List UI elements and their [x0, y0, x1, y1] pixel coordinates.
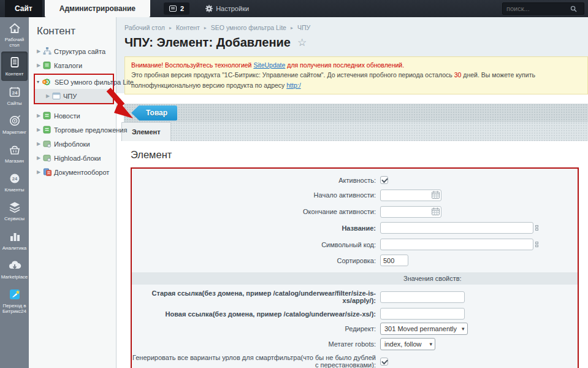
search-icon [570, 6, 577, 12]
menu-item-offers[interactable]: ▶ Торговые предложения [29, 123, 116, 137]
shop-icon [8, 143, 21, 156]
admin-tab[interactable]: Администрирование [45, 0, 150, 17]
notifications-button[interactable]: 2 [164, 2, 189, 15]
breadcrumb-item-desktop[interactable]: Рабочий стол [124, 24, 165, 31]
expand-arrow-icon[interactable]: ▶ [37, 48, 43, 54]
form-row-active-to: Окончание активности: [132, 205, 578, 217]
expand-arrow-icon[interactable]: ▶ [37, 63, 43, 68]
search-input[interactable] [503, 5, 570, 12]
sidebar-item-services[interactable]: Сервисы [0, 196, 29, 225]
expand-arrow-icon[interactable]: ▶ [37, 169, 43, 175]
bitrix-admin-window: Сайт Администрирование 2 Настройки [0, 0, 588, 368]
new-url-input[interactable] [380, 308, 465, 320]
breadcrumb-item-chpu[interactable]: ЧПУ [297, 24, 310, 31]
warning-line-2: Это пробная версия продукта "1С-Битрикс:… [131, 70, 581, 90]
generate-urls-checkbox[interactable] [380, 358, 388, 366]
settings-button[interactable]: Настройки [205, 0, 249, 17]
translit-icon[interactable] [535, 225, 538, 231]
menu-item-highload-blocks[interactable]: ▶ Highload-блоки [29, 151, 116, 165]
main-area: Рабочий стол ▸ Контент ▸ SEO умного филь… [116, 17, 588, 368]
menu-item-infoblocks[interactable]: ▶ Инфоблоки [29, 137, 116, 151]
notification-icon [169, 6, 177, 12]
page-title: ЧПУ: Элемент: Добавление [124, 36, 291, 50]
highload-icon [43, 154, 52, 162]
sidebar-item-desktop[interactable]: Рабочий стол [0, 17, 29, 52]
breadcrumb-item-seo[interactable]: SEO умного фильтра Lite [211, 24, 286, 31]
siteupdate-link[interactable]: SiteUpdate [253, 61, 285, 69]
sidebar-item-shop[interactable]: Магазин [0, 139, 29, 167]
menu-item-site-structure[interactable]: ▶ Структура сайта [29, 44, 116, 58]
settings-label: Настройки [216, 5, 249, 12]
context-toolbar: Товар [124, 104, 588, 122]
form-row-old-url: Старая ссылка(без домена, пример /catalo… [132, 289, 578, 304]
form-content-area: Элемент Активность: Начало активности: [116, 141, 588, 368]
breadcrumb: Рабочий стол ▸ Контент ▸ SEO умного филь… [116, 24, 588, 31]
svg-text:24: 24 [12, 176, 17, 182]
form-row-name: Название: [132, 222, 578, 234]
activity-checkbox[interactable] [380, 176, 388, 184]
breadcrumb-item-content[interactable]: Контент [176, 24, 200, 31]
menu-item-docflow[interactable]: ▶ Документооборот [29, 165, 116, 179]
sort-input[interactable] [380, 255, 408, 266]
robots-select[interactable]: index, follow [380, 338, 435, 350]
favorite-star-icon[interactable]: ☆ [297, 36, 307, 49]
expand-arrow-icon[interactable]: ▶ [37, 141, 43, 147]
expand-arrow-icon[interactable]: ▶ [37, 113, 43, 118]
content-menu-panel: Контент ▶ Структура сайта ▶ Каталоги ▾ [29, 17, 116, 368]
menu-item-catalogs[interactable]: ▶ Каталоги [29, 58, 116, 72]
sidebar-item-clients[interactable]: 24 Клиенты [0, 167, 29, 196]
element-form-highlight-box: Активность: Начало активности: [131, 167, 579, 368]
docflow-icon [43, 168, 52, 176]
product-back-button[interactable]: Товар [131, 105, 177, 121]
name-input[interactable] [380, 222, 533, 234]
sidebar-item-sites[interactable]: 24 Сайты [0, 81, 29, 110]
analytics-icon [8, 230, 21, 243]
gear-icon [205, 5, 213, 12]
trial-warning-banner: Внимание! Воспользуйтесь технологией Sit… [124, 56, 588, 94]
calendar-icon[interactable] [432, 191, 440, 199]
highlight-box-seo-module: ▾ ⚙ s SEO умного фильтра Lite ▶ ЧПУ [34, 74, 114, 104]
menu-item-seo-filter-lite[interactable]: ▾ ⚙ s SEO умного фильтра Lite [35, 75, 113, 89]
translit-icon[interactable] [535, 242, 538, 247]
sites-icon: 24 [8, 85, 21, 99]
menu-item-news[interactable]: ▶ Новости [29, 109, 116, 123]
form-row-redirect: Редирект: 301 Moved permanently [132, 323, 578, 335]
form-row-activity: Активность: [132, 176, 578, 184]
menu-item-chpu[interactable]: ▶ ЧПУ [35, 89, 113, 103]
site-tab[interactable]: Сайт [5, 0, 42, 17]
sidebar-item-analytics[interactable]: Аналитика [0, 226, 29, 255]
redirect-select[interactable]: 301 Moved permanently [380, 323, 468, 335]
seo-badge-icon: s [42, 80, 47, 84]
sitemap-icon [43, 47, 52, 55]
content-icon [8, 56, 21, 69]
days-left: 30 [454, 71, 462, 79]
expand-arrow-icon[interactable]: ▶ [46, 93, 52, 99]
offers-icon [43, 126, 52, 134]
search-box[interactable] [502, 2, 584, 15]
form-row-generate-urls: Генерировать все варианты урлов для смар… [132, 354, 578, 368]
catalog-icon [43, 61, 52, 69]
marketing-icon [8, 114, 21, 128]
property-values-section-header: Значения свойств: [132, 272, 578, 285]
bitrix24-icon [8, 288, 21, 301]
sidebar-item-bitrix24[interactable]: Переход в Битрикс24 [0, 283, 29, 318]
buy-link[interactable]: http:/ [286, 82, 300, 89]
expand-arrow-icon[interactable]: ▶ [37, 155, 43, 161]
breadcrumb-separator-icon: ▸ [204, 25, 207, 31]
infoblocks-icon [43, 140, 52, 148]
expand-arrow-icon[interactable]: ▶ [37, 127, 43, 132]
annotation-arrow-icon [104, 86, 137, 122]
calendar-icon[interactable] [432, 207, 440, 215]
sidebar-item-marketplace[interactable]: Marketplace [0, 255, 29, 283]
tab-element[interactable]: Элемент [121, 122, 171, 141]
form-row-robots: Метатег robots: index, follow [132, 338, 578, 350]
sidebar-item-marketing[interactable]: Маркетинг [0, 110, 29, 139]
notification-count: 2 [180, 5, 184, 12]
code-input[interactable] [380, 239, 533, 250]
sidebar-item-content[interactable]: Контент [1, 52, 28, 80]
form-row-sort: Сортировка: [132, 255, 578, 266]
old-url-input[interactable] [380, 291, 465, 303]
breadcrumb-separator-icon: ▸ [291, 25, 293, 31]
form-row-code: Символьный код: [132, 239, 578, 250]
page-header-area: Рабочий стол ▸ Контент ▸ SEO умного филь… [116, 17, 588, 93]
